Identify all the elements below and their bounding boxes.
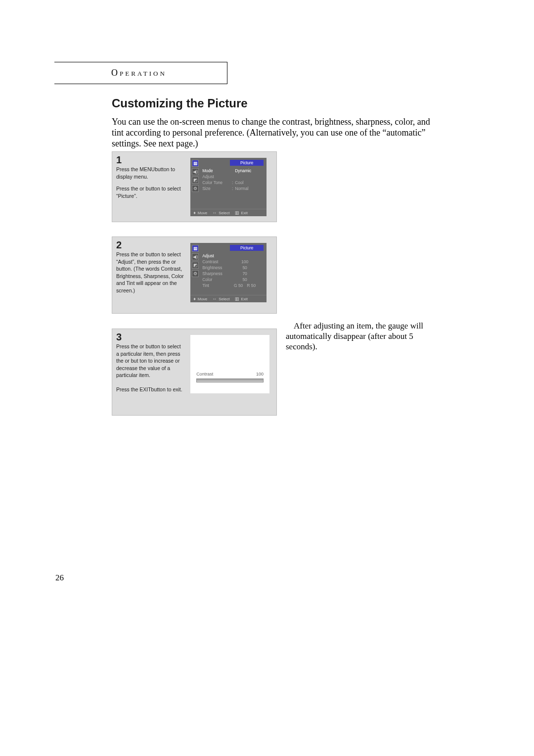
osd-row: Adjust xyxy=(202,174,266,180)
osd-row-label: Adjust xyxy=(202,253,230,259)
osd-footer-exit: ▥Exit xyxy=(235,296,248,301)
osd-list: Adjust Contrast 100 Brightness 50 Sharpn… xyxy=(202,253,266,288)
osd-row: Contrast 100 xyxy=(202,259,266,265)
step-3-below-b: button to exit. xyxy=(151,386,182,392)
osd-footer-select: ↔Select xyxy=(212,296,229,301)
osd-row-label: Adjust xyxy=(202,174,230,180)
gauge-readout: Contrast 100 xyxy=(196,372,264,377)
osd-row-label: Contrast xyxy=(202,259,230,265)
page-title: Customizing the Picture xyxy=(112,96,248,110)
sound-icon: ◀) xyxy=(192,168,199,175)
osd-row-value: 50 xyxy=(230,277,266,283)
osd-row-label: Size xyxy=(202,186,230,191)
side-note: After adjusting an item, the gauge will … xyxy=(286,321,434,352)
gauge-value: 100 xyxy=(256,372,264,377)
step-3-panel: 3 Press the or button to select a partic… xyxy=(112,329,277,416)
gauge-panel: Contrast 100 xyxy=(190,335,269,393)
osd-colon: : xyxy=(230,186,235,191)
osd-row-label: Mode xyxy=(202,168,230,174)
osd-footer-label: Move xyxy=(198,297,208,301)
gauge-bar-fill xyxy=(197,379,263,382)
osd-menu-picture: Picture ▦ ◀) ◩ ⚙ Mode Dynamic Adjust xyxy=(190,158,267,216)
step-1-text: 1 Press the MENUbutton to display menu. … xyxy=(112,152,188,222)
osd-row: Sharpness 70 xyxy=(202,271,266,277)
step-3-gauge-wrap: Contrast 100 xyxy=(188,329,276,415)
setup-icon: ⚙ xyxy=(192,270,199,277)
osd-category-icons: ▦ ◀) ◩ ⚙ xyxy=(192,245,200,277)
sound-icon: ◀) xyxy=(192,253,199,260)
updown-icon: ♦ xyxy=(193,296,196,301)
step-1-panel: 1 Press the MENUbutton to display menu. … xyxy=(112,151,277,222)
osd-row-value: Dynamic xyxy=(235,168,266,174)
step-2-line: button. (The words Contrast, Brightness,… xyxy=(116,266,184,293)
osd-row: Size : Normal xyxy=(202,186,266,191)
osd-row-value: 100 xyxy=(230,259,266,265)
osd-row: Mode Dynamic xyxy=(202,168,266,174)
setup-icon: ⚙ xyxy=(192,185,199,192)
osd-row-value: 50 xyxy=(230,265,266,271)
osd-category-icons: ▦ ◀) ◩ ⚙ xyxy=(192,160,200,192)
osd-row-value: Cool xyxy=(235,180,266,186)
step-1-line: Press the xyxy=(116,186,139,191)
osd-colon xyxy=(230,168,235,174)
osd-footer-label: Exit xyxy=(241,297,248,301)
picture-icon: ▦ xyxy=(192,245,199,252)
leftright-icon: ↔ xyxy=(212,210,217,215)
step-2-number: 2 xyxy=(116,240,184,250)
osd-row: Tint G 50 R 50 xyxy=(202,283,266,288)
section-header-box: Operation xyxy=(54,62,227,84)
osd-footer-label: Select xyxy=(219,211,229,215)
manual-page: Operation Customizing the Picture You ca… xyxy=(0,0,534,756)
step-2-text: 2 Press the or button to select “Adjust”… xyxy=(112,237,188,313)
osd-row-value: 70 xyxy=(230,271,266,277)
picture-icon: ▦ xyxy=(192,160,199,167)
osd-footer-move: ♦Move xyxy=(193,210,207,215)
gauge-bar-track xyxy=(196,378,264,382)
osd-title: Picture xyxy=(230,160,264,166)
osd-row-label: Tint xyxy=(202,283,230,288)
section-header-label: Operation xyxy=(54,68,167,78)
page-number: 26 xyxy=(55,573,64,583)
osd-row-value xyxy=(230,253,266,259)
updown-icon: ♦ xyxy=(193,210,196,215)
step-2-panel: 2 Press the or button to select “Adjust”… xyxy=(112,236,277,314)
osd-row-value xyxy=(235,174,266,180)
menu-icon: ▥ xyxy=(235,210,239,215)
step-1-number: 1 xyxy=(116,155,184,165)
osd-row: Adjust xyxy=(202,253,266,259)
osd-row-value: Normal xyxy=(235,186,266,191)
osd-footer-move: ♦Move xyxy=(193,296,207,301)
tint-r: R 50 xyxy=(247,283,256,288)
step-1-osd-wrap: Picture ▦ ◀) ◩ ⚙ Mode Dynamic Adjust xyxy=(188,152,276,222)
channel-icon: ◩ xyxy=(192,262,199,269)
osd-menu-adjust: Picture ▦ ◀) ◩ ⚙ Adjust Contrast 100 xyxy=(190,243,267,302)
menu-icon: ▥ xyxy=(235,296,239,301)
step-1-line: or xyxy=(139,186,145,191)
step-2-osd-wrap: Picture ▦ ◀) ◩ ⚙ Adjust Contrast 100 xyxy=(188,237,276,313)
osd-footer-select: ↔Select xyxy=(212,210,229,215)
step-3-line: Press the xyxy=(116,343,139,349)
intro-paragraph: You can use the on-screen menus to chang… xyxy=(112,116,438,149)
step-2-line: or xyxy=(171,259,176,265)
tint-g: G 50 xyxy=(234,283,243,288)
osd-title: Picture xyxy=(230,245,264,251)
osd-row: Color Tone : Cool xyxy=(202,180,266,186)
osd-row: Brightness 50 xyxy=(202,265,266,271)
osd-row-label: Sharpness xyxy=(202,271,230,277)
step-3-below-a: Press the EXIT xyxy=(116,386,151,392)
gauge-label: Contrast xyxy=(196,372,213,377)
osd-footer-exit: ▥Exit xyxy=(235,210,248,215)
step-3-number: 3 xyxy=(116,332,184,342)
osd-footer-label: Move xyxy=(198,211,208,215)
osd-row-label: Color xyxy=(202,277,230,283)
channel-icon: ◩ xyxy=(192,177,199,184)
osd-colon: : xyxy=(230,180,235,186)
osd-row: Color 50 xyxy=(202,277,266,283)
step-2-line: or xyxy=(139,251,145,257)
osd-row-label: Brightness xyxy=(202,265,230,271)
osd-footer-label: Select xyxy=(219,297,229,301)
osd-footer: ♦Move ↔Select ▥Exit xyxy=(190,209,267,216)
osd-row-value: G 50 R 50 xyxy=(230,283,266,288)
osd-footer: ♦Move ↔Select ▥Exit xyxy=(190,295,267,302)
step-1-line: Press the MENU xyxy=(116,166,155,172)
